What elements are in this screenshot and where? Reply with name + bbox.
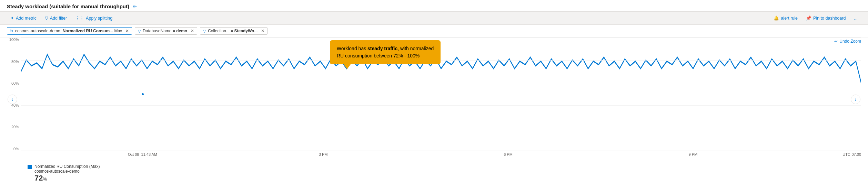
legend-unit: %: [43, 176, 47, 182]
callout-tooltip: Workload has steady traffic, with normal…: [330, 40, 441, 64]
collection-chip-close[interactable]: ✕: [260, 29, 264, 33]
legend-text-block: Normalized RU Consumption (Max) cosmos-a…: [34, 164, 100, 183]
title-bar: Steady workload (suitable for manual thr…: [0, 0, 868, 11]
grid-20: [21, 128, 861, 128]
metric-label: cosmos-autoscale-demo, Normalized RU Con…: [15, 29, 122, 33]
more-options-label: ...: [854, 16, 858, 21]
database-chip-close[interactable]: ✕: [189, 29, 194, 33]
legend-line1: Normalized RU Consumption (Max): [34, 164, 100, 169]
apply-splitting-button[interactable]: ⋮⋮ Apply splitting: [72, 14, 116, 22]
x-label-utc: UTC-07:00: [842, 152, 861, 156]
pin-to-dashboard-button[interactable]: 📌 Pin to dashboard: [803, 14, 849, 22]
legend-line2: cosmos-autoscale-demo: [34, 169, 100, 174]
legend-value-row: 72%: [34, 174, 100, 183]
page-title: Steady workload (suitable for manual thr…: [7, 3, 129, 9]
add-filter-button[interactable]: ▽ Add filter: [41, 14, 70, 22]
chart-wrapper: Workload has steady traffic, with normal…: [0, 37, 868, 184]
legend-area: Normalized RU Consumption (Max) cosmos-a…: [7, 161, 861, 184]
toolbar-right: 🔔 alert rule 📌 Pin to dashboard ...: [770, 14, 861, 22]
pin-to-dashboard-label: Pin to dashboard: [813, 16, 846, 21]
apply-splitting-icon: ⋮⋮: [75, 15, 84, 21]
y-label-80: 80%: [11, 59, 19, 64]
chart-nav-right[interactable]: ›: [851, 95, 860, 104]
metric-chip: ↻ cosmos-autoscale-demo, Normalized RU C…: [7, 27, 132, 35]
pin-icon: 📌: [806, 15, 811, 21]
more-options-button[interactable]: ...: [851, 14, 861, 22]
grid-60: [21, 83, 861, 83]
x-label-9pm: 9 PM: [689, 152, 698, 156]
alert-rule-icon: 🔔: [774, 15, 779, 21]
grid-100: [21, 37, 861, 38]
toolbar: ✦ Add metric ▽ Add filter ⋮⋮ Apply split…: [0, 11, 868, 25]
toolbar-left: ✦ Add metric ▽ Add filter ⋮⋮ Apply split…: [7, 14, 770, 22]
metric-icon: ↻: [10, 29, 13, 33]
legend-value: 72: [34, 174, 43, 182]
add-metric-button[interactable]: ✦ Add metric: [7, 14, 40, 22]
add-filter-label: Add filter: [50, 16, 67, 21]
collection-filter-chip: ▽ Collection... = SteadyWo... ✕: [200, 27, 268, 35]
alert-rule-button[interactable]: 🔔 alert rule: [770, 14, 801, 22]
edit-icon[interactable]: ✏: [133, 4, 137, 9]
collection-filter-label: Collection... = SteadyWo...: [208, 29, 258, 33]
chart-svg: [21, 37, 861, 151]
y-label-60: 60%: [11, 81, 19, 85]
callout-text-bold: steady traffic: [367, 46, 397, 51]
crosshair-dot: [141, 93, 144, 96]
callout-text-before: Workload has: [337, 46, 367, 51]
database-filter-chip: ▽ DatabaseName = demo ✕: [135, 27, 197, 35]
filter-icon-1: ▽: [138, 29, 141, 33]
grid-40: [21, 105, 861, 106]
chart-nav-left[interactable]: ‹: [8, 95, 17, 104]
add-metric-icon: ✦: [10, 15, 14, 21]
x-label-6pm: 6 PM: [504, 152, 513, 156]
y-label-20: 20%: [11, 125, 19, 129]
x-label-3pm: 3 PM: [319, 152, 328, 156]
y-label-100: 100%: [9, 37, 19, 42]
metric-chip-close[interactable]: ✕: [124, 29, 129, 33]
database-filter-label: DatabaseName = demo: [143, 29, 187, 33]
grid-80: [21, 60, 861, 61]
alert-rule-label: alert rule: [781, 16, 798, 21]
add-filter-icon: ▽: [45, 15, 48, 21]
apply-splitting-label: Apply splitting: [86, 16, 112, 21]
add-metric-label: Add metric: [16, 16, 37, 21]
legend-color-swatch: [28, 165, 32, 169]
x-axis: Oct 08 11:43 AM 3 PM 6 PM 9 PM UTC-07:00: [21, 151, 861, 161]
chart-inner: [21, 37, 861, 151]
y-axis: 100% 80% 60% 40% 20% 0%: [7, 37, 21, 151]
legend-item: Normalized RU Consumption (Max) cosmos-a…: [28, 164, 854, 183]
y-label-0: 0%: [13, 147, 19, 151]
filter-bar: ↻ cosmos-autoscale-demo, Normalized RU C…: [0, 25, 868, 37]
x-label-time1: Oct 08 11:43 AM: [128, 152, 157, 156]
filter-icon-2: ▽: [203, 29, 206, 33]
